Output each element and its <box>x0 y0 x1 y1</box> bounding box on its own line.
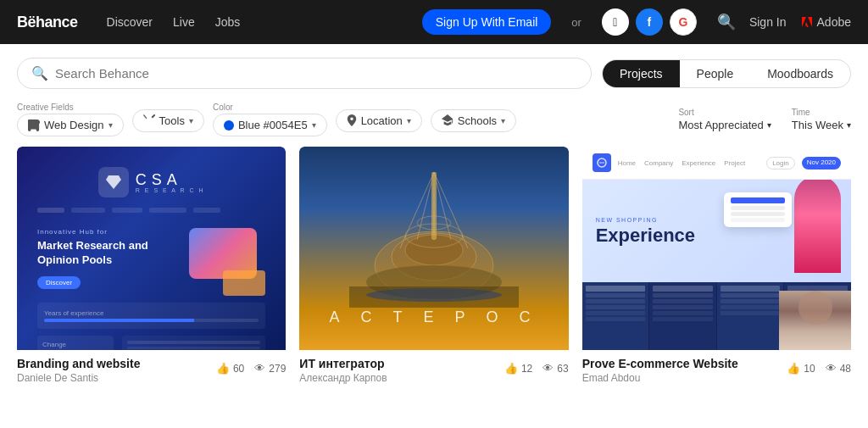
time-value: This Week <box>792 119 843 131</box>
project-stats-1: 👍 60 👁 279 <box>216 362 286 375</box>
csa-body: Innovative Hub for Market Research andOp… <box>37 228 265 296</box>
nav-discover[interactable]: Discover <box>107 15 153 29</box>
project-thumbnail-prova: Home Company Experience Project Login No… <box>582 147 851 350</box>
sort-chevron-icon: ▾ <box>767 120 771 130</box>
csa-text-block: Innovative Hub for Market Research andOp… <box>37 228 182 289</box>
search-input[interactable] <box>55 66 577 81</box>
color-label: Color <box>213 103 327 112</box>
schools-button[interactable]: Schools ▾ <box>431 109 516 132</box>
prova-navbar: Home Company Experience Project Login No… <box>582 147 851 180</box>
project-author-1: Daniele De Santis <box>17 372 140 384</box>
creative-fields-button[interactable]: Web Design ▾ <box>17 114 124 136</box>
thumbs-up-icon-2: 👍 <box>504 362 518 375</box>
project-thumbnail-csa: csa R E S E A R C H Innovative Hub for M… <box>17 147 286 350</box>
csa-card-1: ChangeSolutionsAhead <box>37 336 114 350</box>
nav-live[interactable]: Live <box>173 15 195 29</box>
csa-title-block: csa R E S E A R C H <box>136 171 205 193</box>
tab-group: Projects People Moodboards <box>602 59 851 88</box>
search-bar-icon: 🔍 <box>31 65 48 81</box>
projects-grid: csa R E S E A R C H Innovative Hub for M… <box>0 147 868 391</box>
adobe-icon <box>800 15 814 29</box>
csa-research-text: R E S E A R C H <box>136 187 205 193</box>
tools-chevron-icon: ▾ <box>189 116 193 125</box>
project-info-3: Prove E-commerce Website Emad Abdou 👍 10… <box>582 350 851 391</box>
csa-logo: csa R E S E A R C H <box>98 167 205 197</box>
or-text: or <box>571 16 581 29</box>
behance-logo[interactable]: Bëhance <box>17 14 78 31</box>
search-bar[interactable]: 🔍 <box>17 58 592 89</box>
color-value: Blue #0054E5 <box>238 119 308 131</box>
thumbs-up-icon: 👍 <box>216 362 230 375</box>
project-author-3: Emad Abdou <box>582 372 738 384</box>
likes-stat-2: 👍 12 <box>504 362 532 375</box>
search-section: 🔍 Projects People Moodboards <box>0 44 868 97</box>
adobe-text: Adobe <box>817 15 851 29</box>
csa-years-label: Years of experience <box>44 309 259 317</box>
csa-headline: Market Research andOpinion Pools <box>37 239 182 268</box>
search-icon[interactable]: 🔍 <box>717 13 736 31</box>
project-stats-3: 👍 10 👁 48 <box>787 362 851 375</box>
prova-table-col1 <box>582 282 649 350</box>
project-title-3: Prove E-commerce Website <box>582 357 738 370</box>
eye-icon-1: 👁 <box>254 362 265 375</box>
social-login-group:  f G <box>602 8 697 36</box>
likes-count-3: 10 <box>804 363 815 375</box>
csa-illustration <box>189 228 265 296</box>
prova-logo-svg <box>596 157 608 169</box>
table-row[interactable]: Home Company Experience Project Login No… <box>582 147 851 391</box>
nav-right-group: 🔍 Sign In Adobe <box>717 13 851 31</box>
project-author-2: Александр Карпов <box>299 372 387 384</box>
prova-nav-right: Login Nov 2020 <box>766 157 841 170</box>
signin-link[interactable]: Sign In <box>749 15 787 29</box>
project-info-2: ИТ интегратор Александр Карпов 👍 12 👁 63 <box>299 350 568 391</box>
time-item: Time This Week ▾ <box>792 108 851 131</box>
signup-button[interactable]: Sign Up With Email <box>422 9 552 35</box>
web-design-label: Web Design <box>44 119 104 131</box>
eye-icon-2: 👁 <box>542 362 554 375</box>
csa-cards-row: ChangeSolutionsAhead <box>37 336 265 350</box>
schools-chevron-icon: ▾ <box>501 116 505 125</box>
location-chevron-icon: ▾ <box>407 116 411 125</box>
tab-projects[interactable]: Projects <box>603 60 680 87</box>
color-button[interactable]: Blue #0054E5 ▾ <box>213 114 327 136</box>
prova-table-col3 <box>717 282 784 350</box>
eye-icon-3: 👁 <box>826 362 837 375</box>
likes-count-1: 60 <box>233 363 244 375</box>
nav-jobs[interactable]: Jobs <box>215 15 241 29</box>
table-row[interactable]: csa R E S E A R C H Innovative Hub for M… <box>17 147 286 391</box>
creative-fields-filter: Creative Fields Web Design ▾ <box>17 103 124 136</box>
prova-hero: New Shopping Experience <box>582 180 851 282</box>
asteroc-text: А С Т Е Р О С <box>299 308 568 326</box>
prova-figure <box>794 180 841 273</box>
color-swatch <box>224 120 234 131</box>
apple-login-button[interactable]:  <box>602 8 629 36</box>
brush-icon <box>28 120 40 131</box>
tab-moodboards[interactable]: Moodboards <box>750 60 850 87</box>
sort-button[interactable]: Most Appreciated ▾ <box>678 119 771 131</box>
sort-item: Sort Most Appreciated ▾ <box>678 108 771 131</box>
schools-filter: Schools ▾ <box>431 108 516 132</box>
color-filter: Color Blue #0054E5 ▾ <box>213 103 327 136</box>
views-count-1: 279 <box>269 363 286 375</box>
location-button[interactable]: Location ▾ <box>336 109 422 132</box>
adobe-link[interactable]: Adobe <box>800 15 851 29</box>
location-filter: Location ▾ <box>336 108 422 132</box>
sort-value: Most Appreciated <box>678 119 763 131</box>
svg-point-13 <box>366 288 502 302</box>
sort-label: Sort <box>678 108 771 117</box>
tools-button[interactable]: Tools ▾ <box>132 109 204 132</box>
views-stat-2: 👁 63 <box>542 362 568 375</box>
tools-value: Tools <box>159 114 185 127</box>
project-title-1: Branding and website <box>17 357 140 370</box>
csa-logo-icon <box>98 167 129 197</box>
table-row[interactable]: А С Т Е Р О С ИТ интегратор Александр Ка… <box>299 147 568 391</box>
csa-icon-svg <box>105 174 122 191</box>
time-label: Time <box>792 108 851 117</box>
tab-people[interactable]: People <box>680 60 751 87</box>
time-button[interactable]: This Week ▾ <box>792 119 851 131</box>
facebook-login-button[interactable]: f <box>636 8 663 36</box>
csa-cta: Discover <box>37 276 81 289</box>
views-count-2: 63 <box>557 363 568 375</box>
views-count-3: 48 <box>840 363 851 375</box>
google-login-button[interactable]: G <box>670 8 697 36</box>
